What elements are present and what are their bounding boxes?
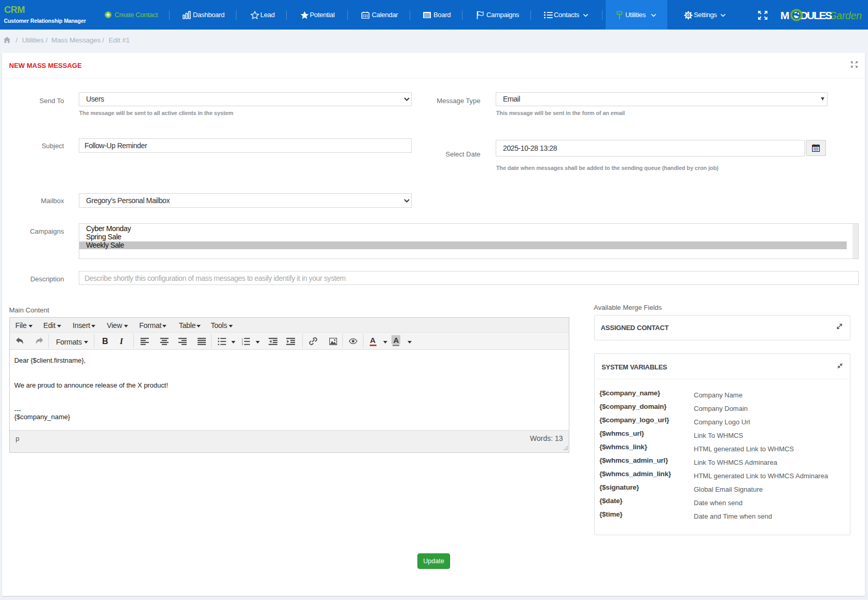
svg-text:3: 3 bbox=[242, 343, 243, 345]
svg-text:1: 1 bbox=[242, 338, 243, 340]
